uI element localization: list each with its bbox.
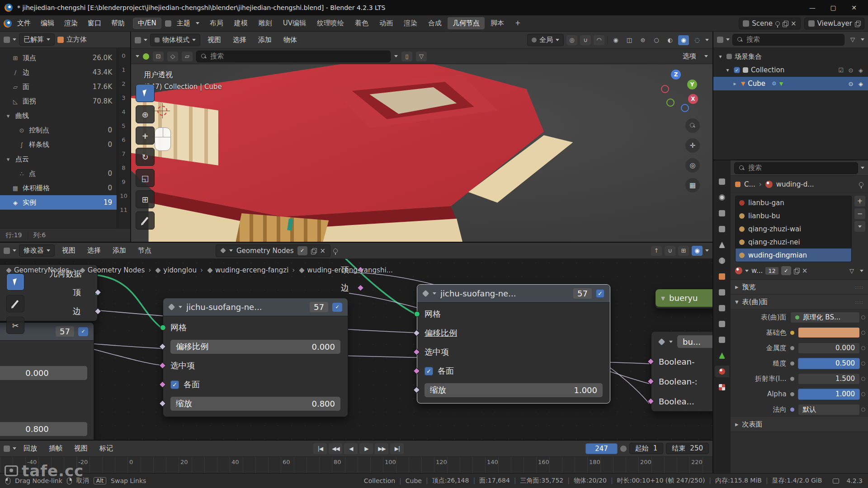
axis-z-ball[interactable]: Z bbox=[671, 70, 681, 80]
node-annotate-tool[interactable] bbox=[6, 295, 24, 312]
move-tool[interactable]: + bbox=[136, 127, 155, 145]
tab-object-data[interactable] bbox=[715, 350, 729, 361]
scale-tool[interactable]: ◱ bbox=[136, 169, 155, 187]
stat-row[interactable]: ∕ 边 43.4K bbox=[0, 65, 117, 80]
copy-icon[interactable] bbox=[311, 248, 316, 253]
select-mode-edge-button[interactable]: ◇ bbox=[167, 52, 178, 61]
viewport-menu[interactable]: 添加 bbox=[254, 34, 276, 46]
topbar-menu[interactable]: 窗口 bbox=[83, 18, 106, 29]
language-toggle[interactable]: 中/EN bbox=[133, 18, 161, 29]
outliner-row-cube[interactable]: ▼ Cube ⚙ ▼ ⊙ ◈ bbox=[713, 77, 868, 90]
workspace-tab[interactable]: 动画 bbox=[374, 17, 398, 29]
pin-icon[interactable] bbox=[775, 21, 780, 26]
tab-scene[interactable] bbox=[715, 239, 729, 251]
workspace-tab[interactable]: 渲染 bbox=[399, 17, 422, 29]
exclude-checkbox[interactable]: ☑ bbox=[837, 67, 844, 74]
select-mode-vertex-button[interactable]: ⊡ bbox=[153, 52, 164, 61]
next-keyframe-button[interactable]: ▶▶ bbox=[375, 443, 388, 454]
node-partial-left[interactable]: n .. 57 0.000 0.800 bbox=[0, 322, 94, 440]
node-bueryu-header[interactable]: bueryu bbox=[655, 289, 712, 309]
node-links-cut-tool[interactable]: ✂ bbox=[6, 317, 24, 334]
orientation-dropdown[interactable]: 全局 bbox=[527, 34, 564, 46]
pin-icon[interactable] bbox=[859, 182, 863, 187]
properties-search-field[interactable]: 搜索 bbox=[734, 162, 858, 174]
axis-y-ball[interactable]: Y bbox=[687, 80, 697, 89]
boolean-input-row[interactable]: Boolea... bbox=[651, 391, 712, 411]
frame-end-field[interactable]: 结束 250 bbox=[666, 443, 709, 454]
material-slot[interactable]: lianbu-bu bbox=[736, 209, 851, 222]
stat-row[interactable]: ∴ 点 0 bbox=[0, 166, 117, 181]
geometry-node-editor[interactable]: 修改器 视图选择添加节点 Geometry Nodes × bbox=[0, 242, 712, 440]
breadcrumb-item[interactable]: wuding-erceng-yangshi... bbox=[290, 266, 393, 274]
node-editor-icon[interactable] bbox=[4, 248, 10, 254]
tab-particles[interactable] bbox=[715, 302, 729, 314]
node-options-button[interactable]: ⊞ bbox=[678, 246, 689, 256]
node-count-field[interactable]: 57 bbox=[310, 302, 328, 312]
tab-object[interactable] bbox=[715, 271, 729, 282]
node-checkbox[interactable] bbox=[596, 289, 604, 298]
workspace-tab[interactable]: 着色 bbox=[350, 17, 373, 29]
base-color-swatch[interactable] bbox=[798, 327, 860, 338]
offset-scale-field[interactable]: 偏移比例0.000 bbox=[170, 340, 340, 354]
stat-row[interactable]: ◺ 面拐 70.8K bbox=[0, 94, 117, 108]
shading-rendered-button[interactable]: ◌ bbox=[692, 35, 703, 45]
breadcrumb-item[interactable]: wuding-erceng-fangzi bbox=[198, 266, 288, 274]
tab-output[interactable] bbox=[715, 207, 729, 219]
overlays-toggle[interactable]: ⊜ bbox=[637, 35, 648, 45]
render-camera-icon[interactable]: ◈ bbox=[857, 67, 864, 74]
fake-user-shield-toggle[interactable] bbox=[78, 327, 88, 336]
spreadsheet-editor-icon[interactable] bbox=[4, 37, 10, 43]
breadcrumb-item[interactable]: Geometry Nodes bbox=[71, 266, 145, 274]
proportional-edit-button[interactable]: ◠ bbox=[594, 35, 604, 45]
transform-tool[interactable]: ⊞ bbox=[136, 190, 155, 208]
material-slot[interactable]: qiang-zhuzi-nei bbox=[736, 235, 851, 249]
workspace-tab[interactable]: 脚本 bbox=[486, 17, 509, 29]
group-selector-field[interactable]: bu... bbox=[677, 335, 712, 348]
copy-icon[interactable] bbox=[855, 21, 860, 26]
shader-dropdown[interactable]: 原理化 BS... bbox=[790, 312, 860, 323]
timeline-ruler[interactable]: -40-20020406080100120140160180200220 bbox=[0, 457, 712, 473]
hide-eye-icon[interactable]: ⊙ bbox=[847, 80, 854, 87]
select-box-tool[interactable] bbox=[136, 84, 155, 102]
workspace-tab[interactable]: 几何节点 bbox=[448, 17, 485, 29]
timeline-menu[interactable]: 视图 bbox=[70, 443, 92, 454]
outliner-editor-icon[interactable] bbox=[717, 37, 723, 43]
metallic-slider[interactable]: 0.000 bbox=[798, 343, 860, 354]
node-scale-elements-2[interactable]: jichu-suofang-ne... 57 网格 偏移比例 选中项 各面 bbox=[417, 284, 610, 404]
unlink-icon[interactable]: × bbox=[791, 19, 797, 28]
preview-panel-header[interactable]: 预览 :::: bbox=[731, 280, 868, 295]
surface-panel-header[interactable]: 表(曲)面 :::: bbox=[731, 295, 868, 310]
outliner-row-scene-collection[interactable]: 场景集合 bbox=[713, 50, 868, 63]
node-scale-elements-1[interactable]: jichu-suofang-ne... 57 网格 偏移比例0.000 选中项 bbox=[163, 298, 348, 417]
material-slot[interactable]: qiang-zhuzi-wai bbox=[736, 222, 851, 235]
close-button[interactable]: ✕ bbox=[844, 2, 863, 14]
axis-y-neg-ball[interactable] bbox=[666, 99, 675, 107]
pan-hand-button[interactable]: ✛ bbox=[685, 138, 700, 153]
tab-texture[interactable] bbox=[715, 381, 729, 393]
rotate-tool[interactable]: ↻ bbox=[136, 148, 155, 166]
copy-icon[interactable] bbox=[783, 21, 788, 26]
viewport-editor-icon[interactable] bbox=[135, 37, 141, 43]
expand-icon[interactable] bbox=[717, 53, 724, 60]
outliner-row-collection[interactable]: Collection ☑ ⊙ ◈ bbox=[713, 63, 868, 77]
stat-row[interactable]: ⊞ 顶点 26.0K bbox=[0, 51, 117, 65]
overlay-toggle-button[interactable]: ◉ bbox=[692, 246, 703, 256]
camera-view-button[interactable]: ◎ bbox=[685, 158, 700, 173]
node-select-tool[interactable] bbox=[6, 273, 24, 291]
hide-eye-icon[interactable]: ⊙ bbox=[847, 67, 854, 74]
visibility-dropdown[interactable]: ◉ bbox=[610, 35, 621, 45]
stat-row[interactable]: ◈ 实例 19 bbox=[0, 195, 117, 210]
frame-start-field[interactable]: 起始 1 bbox=[629, 443, 664, 454]
scene-selector[interactable]: Scene × bbox=[739, 18, 800, 29]
topbar-menu[interactable]: 编辑 bbox=[36, 18, 59, 29]
tab-render[interactable] bbox=[715, 192, 729, 203]
snap-node-button[interactable]: ∪ bbox=[665, 246, 675, 256]
node-boolean-group[interactable]: bu... Boolean- Boolean-: Boolea... bbox=[651, 331, 712, 412]
tab-tool[interactable] bbox=[715, 176, 729, 188]
axis-x-ball[interactable]: X bbox=[688, 94, 698, 104]
stat-row[interactable]: ▾ 点云 bbox=[0, 152, 117, 166]
tab-modifiers[interactable] bbox=[715, 286, 729, 298]
scale-field[interactable]: 缩放0.800 bbox=[170, 397, 340, 411]
user-count-badge[interactable]: 12 bbox=[765, 267, 778, 275]
workspace-tab[interactable]: 纹理喷绘 bbox=[312, 17, 349, 29]
